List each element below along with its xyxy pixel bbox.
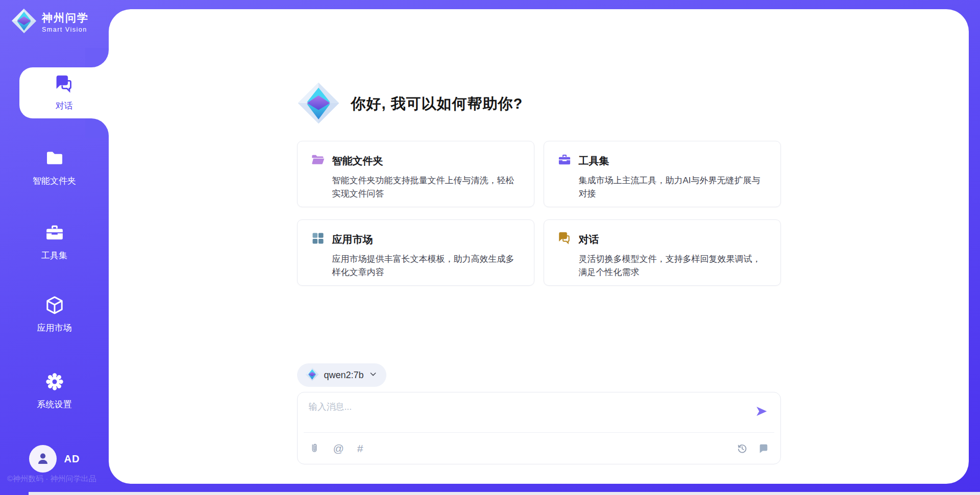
message-composer: @ # [297, 392, 781, 464]
folder-open-icon [311, 153, 325, 169]
avatar [29, 445, 57, 473]
card-app-market[interactable]: 应用市场 应用市场提供丰富长文本模板，助力高效生成多样化文章内容 [297, 219, 534, 286]
sidebar-item-label: 智能文件夹 [33, 175, 76, 187]
card-description: 集成市场上主流工具，助力AI与外界无缝扩展与对接 [579, 174, 767, 201]
sidebar-item-market[interactable]: 应用市场 [0, 295, 109, 334]
sidebar-item-chat[interactable]: 对话 [19, 67, 109, 118]
message-input[interactable] [309, 401, 753, 425]
brand-name: 神州问学 [42, 11, 89, 25]
card-title: 智能文件夹 [332, 154, 383, 168]
cube-icon [44, 295, 65, 317]
card-description: 灵活切换多模型文件，支持多样回复效果调试，满足个性化需求 [579, 253, 767, 280]
hashtag-button[interactable]: # [357, 443, 363, 454]
sidebar-item-folders[interactable]: 智能文件夹 [0, 148, 109, 187]
history-button[interactable] [737, 443, 748, 454]
copyright-text: ©神州数码 · 神州问学出品 [7, 474, 96, 484]
composer-toolbar: @ # [304, 432, 774, 464]
model-selector[interactable]: qwen2:7b [297, 363, 386, 387]
horizontal-scrollbar[interactable] [29, 492, 980, 495]
chat-mode-button[interactable] [758, 443, 769, 454]
chat-bubbles-icon [557, 231, 572, 247]
main-panel: 你好, 我可以如何帮助你? 智能文件夹 智能文件夹功能支持批量文件上传与清洗，轻… [109, 9, 969, 484]
card-smart-folder[interactable]: 智能文件夹 智能文件夹功能支持批量文件上传与清洗，轻松实现文件问答 [297, 141, 534, 207]
grid-icon [311, 231, 325, 247]
chat-bubble-icon [758, 443, 769, 454]
attach-button[interactable] [309, 443, 320, 454]
sidebar-item-label: 工具集 [41, 250, 67, 261]
user-name: AD [64, 453, 80, 465]
card-title: 工具集 [579, 154, 609, 168]
model-logo-icon [305, 367, 319, 383]
card-description: 智能文件夹功能支持批量文件上传与清洗，轻松实现文件问答 [332, 174, 521, 201]
card-description: 应用市场提供丰富长文本模板，助力高效生成多样化文章内容 [332, 253, 521, 280]
feature-cards: 智能文件夹 智能文件夹功能支持批量文件上传与清洗，轻松实现文件问答 [297, 141, 781, 286]
assistant-logo-icon [297, 82, 340, 127]
gear-icon [44, 372, 65, 394]
brand: 神州问学 Smart Vision [11, 8, 89, 36]
card-chat[interactable]: 对话 灵活切换多模型文件，支持多样回复效果调试，满足个性化需求 [544, 219, 781, 286]
sidebar: 神州问学 Smart Vision 对话 智能文件夹 [0, 0, 109, 495]
sidebar-item-label: 应用市场 [37, 322, 72, 334]
card-toolset[interactable]: 工具集 集成市场上主流工具，助力AI与外界无缝扩展与对接 [544, 141, 781, 207]
sidebar-item-settings[interactable]: 系统设置 [0, 372, 109, 410]
sidebar-item-tools[interactable]: 工具集 [0, 222, 109, 261]
folder-icon [44, 148, 65, 170]
send-icon [755, 405, 768, 418]
paperclip-icon [309, 443, 320, 454]
briefcase-icon [44, 222, 65, 245]
card-title: 对话 [579, 233, 599, 246]
chat-bubbles-icon [54, 74, 75, 96]
sidebar-item-label: 对话 [56, 100, 73, 112]
app-root: 神州问学 Smart Vision 对话 智能文件夹 [0, 0, 980, 495]
card-title: 应用市场 [332, 233, 373, 246]
chevron-down-icon [369, 370, 377, 380]
sidebar-item-label: 系统设置 [37, 399, 72, 410]
model-name: qwen2:7b [324, 370, 364, 381]
brand-subtitle: Smart Vision [42, 26, 89, 33]
greeting: 你好, 我可以如何帮助你? [297, 82, 781, 127]
user-account[interactable]: AD [0, 445, 109, 473]
brand-logo-icon [11, 8, 37, 36]
history-icon [737, 443, 748, 454]
greeting-title: 你好, 我可以如何帮助你? [351, 94, 523, 114]
mention-button[interactable]: @ [333, 443, 344, 454]
send-button[interactable] [753, 403, 770, 422]
briefcase-icon [557, 153, 572, 169]
